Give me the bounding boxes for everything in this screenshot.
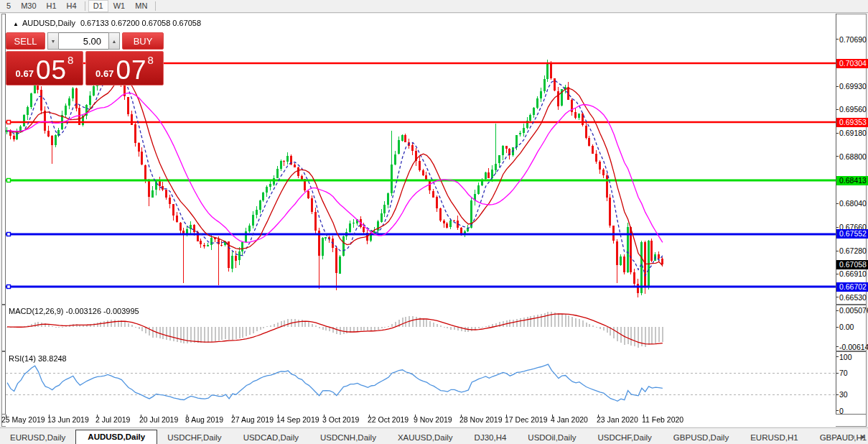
date-tick-label: 13 Jun 2019 — [47, 415, 89, 424]
volume-increase-button[interactable]: ▲ — [108, 32, 120, 50]
sell-price-pip-digit: 8 — [67, 54, 73, 66]
date-tick-label: 4 Jan 2020 — [551, 415, 588, 424]
rsi-tick-mark — [836, 373, 839, 374]
timeframe-button-mn[interactable]: MN — [130, 0, 152, 12]
sell-button[interactable]: SELL — [6, 32, 45, 50]
chart-symbol-label: AUDUSD,Daily — [22, 19, 75, 27]
price-tick-mark — [836, 251, 839, 251]
chart-tab-usdchf-daily[interactable]: USDCHF,Daily — [157, 431, 231, 444]
price-tick-label: 0.68800 — [839, 152, 867, 161]
macd-tick-label: 0.005076 — [839, 306, 868, 315]
price-tick-label: 0.68040 — [839, 199, 867, 208]
macd-tick-label: 0.00 — [839, 323, 854, 331]
rsi-value: 38.8248 — [38, 354, 67, 363]
one-click-trade-panel: SELL ▼ ▲ BUY 0.67058 0.67078 — [6, 32, 164, 85]
chart-tab-xauusd-daily[interactable]: XAUUSD,Daily — [388, 431, 463, 444]
rsi-tick-label: 30 — [839, 390, 848, 399]
chart-tab-usdoil-daily[interactable]: USDOil,Daily — [518, 431, 586, 444]
tab-scroll-right-icon[interactable]: ▸ — [862, 433, 865, 441]
price-tick-mark — [836, 227, 839, 228]
price-tick-label: 0.70690 — [839, 35, 867, 44]
chart-tab-usdcnh-daily[interactable]: USDCNH,Daily — [310, 431, 386, 444]
macd-tick-mark — [836, 310, 839, 311]
chart-tab-gbpusd-daily[interactable]: GBPUSD,Daily — [663, 431, 739, 444]
date-tick-label: 28 Nov 2019 — [459, 415, 503, 424]
rsi-tick-label: 0 — [839, 407, 844, 415]
chart-tab-usdchf-daily[interactable]: USDCHF,Daily — [587, 431, 661, 444]
date-tick-label: 22 Oct 2019 — [368, 415, 409, 424]
rsi-tick-mark — [836, 394, 839, 395]
date-tick-label: 23 Jan 2020 — [597, 415, 638, 424]
date-tick-label: 11 Feb 2020 — [642, 415, 683, 424]
volume-decrease-button[interactable]: ▼ — [47, 32, 59, 50]
timeframe-button-5[interactable]: 5 — [1, 0, 16, 12]
date-tick-label: 27 Aug 2019 — [231, 415, 274, 424]
macd-tick-label: -0.006148 — [839, 343, 868, 351]
timeframe-button-h4[interactable]: H4 — [62, 0, 82, 12]
rsi-tick-mark — [836, 410, 839, 411]
date-tick-label: 25 May 2019 — [1, 415, 45, 424]
price-tick-label: 0.69180 — [839, 129, 867, 137]
price-tick-label: 0.69930 — [839, 82, 867, 91]
price-tick-mark — [836, 133, 839, 134]
trading-platform: 5M30H1H4D1W1MN ▲AUDUSD,Daily0.67133 0.67… — [0, 0, 868, 444]
buy-price-pip-digit: 8 — [148, 54, 154, 66]
chart-tab-eurusd-h1[interactable]: EURUSD,H1 — [740, 431, 808, 444]
tab-scroll-left-icon[interactable]: ◂ — [851, 433, 854, 441]
buy-price-prefix: 0.67 — [95, 68, 113, 79]
price-tick-label: 0.67280 — [839, 246, 867, 255]
sell-price-big-digits: 05 — [36, 60, 67, 81]
chart-tab-dj30-h4[interactable]: DJ30,H4 — [465, 431, 517, 444]
date-tick-label: 20 Jul 2019 — [139, 415, 178, 424]
price-level-badge: 0.69353 — [836, 118, 868, 127]
date-tick-label: 3 Oct 2019 — [322, 415, 359, 424]
price-level-badge: 0.67552 — [836, 229, 868, 239]
sell-price-prefix: 0.67 — [16, 68, 34, 79]
chart-tab-eurusd-daily[interactable]: EURUSD,Daily — [0, 431, 75, 444]
buy-price-display[interactable]: 0.67078 — [85, 51, 164, 85]
volume-input[interactable] — [59, 32, 108, 50]
price-tick-mark — [836, 274, 839, 274]
date-tick-label: 8 Aug 2019 — [185, 415, 223, 424]
price-tick-label: 0.66910 — [839, 269, 867, 278]
macd-label: MACD(12,26,9) -0.003126 -0.003995 — [9, 307, 139, 315]
chart-ohlc-values: 0.67133 0.67200 0.67058 0.67058 — [80, 19, 201, 27]
buy-button[interactable]: BUY — [122, 32, 164, 50]
sell-price-display[interactable]: 0.67058 — [6, 51, 83, 85]
price-tick-label: 0.66530 — [839, 293, 867, 302]
timeframe-toolbar: 5M30H1H4D1W1MN — [0, 0, 868, 13]
price-tick-mark — [836, 39, 839, 40]
date-tick-label: 14 Sep 2019 — [276, 415, 319, 424]
toolbar-separator — [85, 1, 85, 11]
date-tick-label: 2 Jul 2019 — [95, 415, 130, 424]
timeframe-button-h1[interactable]: H1 — [42, 0, 62, 12]
timeframe-button-w1[interactable]: W1 — [108, 0, 131, 12]
price-tick-label: 0.69560 — [839, 105, 867, 114]
price-level-badge: 0.67058 — [836, 260, 868, 269]
timeframe-button-m30[interactable]: M30 — [16, 0, 41, 12]
date-tick-label: 17 Dec 2019 — [505, 415, 548, 424]
price-tick-mark — [836, 203, 839, 204]
price-level-badge: 0.68413 — [836, 176, 868, 185]
date-tick-label: 9 Nov 2019 — [414, 415, 452, 424]
price-tick-mark — [836, 86, 839, 87]
price-tick-mark — [836, 156, 839, 157]
chart-tab-bar: EURUSD,DailyAUDUSD,DailyUSDCHF,DailyUSDC… — [0, 427, 868, 444]
price-axis[interactable]: 0.706900.699300.695600.691800.688000.680… — [836, 14, 868, 415]
price-tick-mark — [836, 109, 839, 110]
chart-tab-usdcad-daily[interactable]: USDCAD,Daily — [233, 431, 309, 444]
collapse-triangle-icon[interactable]: ▲ — [13, 21, 19, 27]
rsi-tick-label: 100 — [839, 353, 852, 361]
macd-tick-mark — [836, 346, 839, 347]
macd-tick-mark — [836, 327, 839, 328]
price-level-badge: 0.70304 — [836, 59, 868, 68]
chart-tab-audusd-daily[interactable]: AUDUSD,Daily — [75, 430, 157, 444]
rsi-label: RSI(14) 38.8248 — [9, 354, 67, 363]
rsi-tick-label: 70 — [839, 369, 848, 377]
timeframe-button-d1[interactable]: D1 — [88, 0, 108, 12]
rsi-tick-mark — [836, 356, 839, 357]
price-level-badge: 0.66702 — [836, 282, 868, 292]
price-tick-mark — [836, 297, 839, 297]
buy-price-big-digits: 07 — [116, 60, 146, 81]
toolbar-separator — [155, 1, 156, 11]
